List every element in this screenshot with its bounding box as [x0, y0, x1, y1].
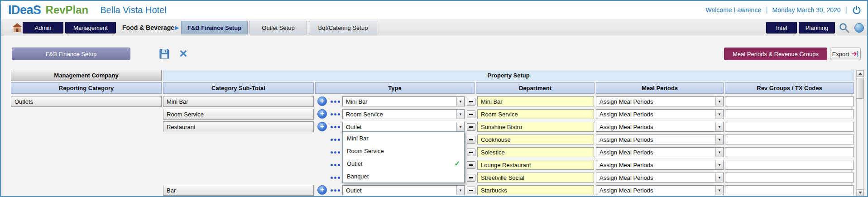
type-select[interactable]: Outlet▼	[342, 185, 465, 195]
type-select-value: Outlet	[343, 186, 456, 195]
department-input[interactable]: Cookhouse	[477, 135, 594, 144]
meal-periods-select[interactable]: Assign Meal Periods▼	[596, 185, 724, 195]
more-options-icon[interactable]	[331, 164, 340, 166]
finance-setup-button[interactable]: F&B Finance Setup	[12, 48, 130, 60]
more-options-icon[interactable]	[331, 151, 340, 154]
food-beverage-menu[interactable]: Food & Beverage	[122, 19, 174, 36]
department-input[interactable]: Solestice	[477, 147, 594, 157]
department-value: Sunshine Bistro	[481, 124, 522, 130]
department-input[interactable]: Room Service	[477, 109, 594, 119]
department-input[interactable]: Mini Bar	[477, 96, 594, 106]
department-input[interactable]: Lounge Restaurant	[477, 160, 594, 170]
more-options-icon[interactable]	[331, 139, 340, 141]
more-options-icon[interactable]	[331, 101, 340, 103]
meal-periods-value: Assign Meal Periods	[596, 97, 715, 106]
breadcrumb-arrow-icon: ▶	[175, 19, 179, 36]
remove-row-button[interactable]	[467, 161, 475, 169]
export-icon	[851, 51, 858, 57]
remove-row-button[interactable]	[467, 98, 475, 106]
type-select-value: Mini Bar	[343, 97, 456, 106]
vertical-scrollbar[interactable]	[856, 70, 864, 197]
meal-periods-select[interactable]: Assign Meal Periods▼	[596, 109, 724, 119]
chevron-down-icon: ▼	[715, 135, 723, 144]
intel-button[interactable]: Intel	[766, 22, 797, 34]
scroll-thumb[interactable]	[857, 78, 863, 99]
user-area: Welcome Lawrence | Monday March 30, 2020…	[705, 1, 862, 19]
add-row-button[interactable]: +	[317, 96, 327, 106]
close-icon[interactable]: ×	[179, 47, 187, 60]
remove-row-button[interactable]	[467, 123, 475, 131]
type-select-open[interactable]: Outlet▼	[342, 122, 465, 132]
department-input[interactable]: Sunshine Bistro	[477, 122, 594, 132]
save-icon[interactable]	[158, 48, 170, 60]
add-row-button[interactable]: +	[317, 109, 327, 119]
meal-periods-select[interactable]: Assign Meal Periods▼	[596, 122, 724, 132]
divider: |	[845, 5, 847, 14]
rev-groups-input[interactable]	[725, 185, 854, 195]
sub-total-value: Mini Bar	[167, 98, 188, 105]
meal-periods-select[interactable]: Assign Meal Periods▼	[596, 160, 724, 170]
chevron-down-icon: ▼	[456, 186, 464, 195]
more-options-icon[interactable]	[331, 126, 340, 128]
tab-outlet-setup[interactable]: Outlet Setup	[249, 21, 307, 34]
more-options-icon[interactable]	[331, 189, 340, 192]
brand-area: IDeaS RevPlan Bella Vista Hotel	[8, 1, 167, 19]
reporting-category-value: Outlets	[14, 98, 33, 105]
meal-periods-select[interactable]: Assign Meal Periods▼	[596, 96, 724, 106]
type-select[interactable]: Room Service▼	[342, 109, 465, 119]
rev-groups-input[interactable]	[725, 109, 854, 119]
home-icon[interactable]	[12, 23, 23, 33]
scroll-up-button[interactable]	[857, 70, 863, 77]
scroll-up-icon	[858, 72, 862, 75]
remove-row-button[interactable]	[467, 149, 475, 156]
export-button[interactable]: Export	[830, 48, 861, 60]
admin-button[interactable]: Admin	[23, 22, 63, 34]
tab-fb-finance-setup[interactable]: F&B Finance Setup	[181, 21, 248, 34]
rev-groups-input[interactable]	[725, 122, 854, 132]
column-header-type: Type	[315, 82, 475, 94]
department-input[interactable]: Streetville Social	[477, 173, 594, 183]
power-icon[interactable]	[852, 5, 862, 15]
chevron-down-icon: ▼	[456, 110, 464, 119]
remove-row-button[interactable]	[467, 187, 475, 194]
search-icon[interactable]	[839, 22, 850, 34]
planning-button[interactable]: Planning	[799, 22, 835, 34]
sub-total-cell: Restaurant	[163, 121, 314, 132]
column-header-meal-periods: Meal Periods	[596, 82, 724, 94]
dropdown-option-banquet[interactable]: Banquet	[343, 170, 464, 183]
meal-periods-value: Assign Meal Periods	[596, 110, 715, 119]
dropdown-option-room-service[interactable]: Room Service	[343, 144, 464, 157]
meal-periods-value: Assign Meal Periods	[596, 160, 715, 169]
dropdown-option-mini-bar[interactable]: Mini Bar	[343, 132, 464, 144]
more-options-icon[interactable]	[331, 177, 340, 179]
department-input[interactable]: Starbucks	[477, 185, 594, 195]
scroll-down-button[interactable]	[857, 189, 863, 196]
globe-icon[interactable]	[854, 23, 864, 33]
meal-periods-select[interactable]: Assign Meal Periods▼	[596, 135, 724, 144]
add-row-button[interactable]: +	[317, 185, 327, 195]
remove-row-button[interactable]	[467, 174, 475, 182]
management-button[interactable]: Management	[65, 22, 116, 34]
type-select[interactable]: Mini Bar▼	[342, 96, 465, 106]
remove-row-button[interactable]	[467, 136, 475, 144]
rev-groups-input[interactable]	[725, 160, 854, 170]
reporting-category-cell: Outlets	[11, 96, 162, 107]
add-row-button[interactable]: +	[317, 122, 327, 131]
meal-periods-select[interactable]: Assign Meal Periods▼	[596, 173, 724, 183]
minus-icon	[469, 190, 473, 191]
rev-groups-input[interactable]	[725, 147, 854, 157]
sub-total-value: Room Service	[167, 111, 204, 118]
dropdown-option-outlet[interactable]: Outlet✓	[343, 157, 464, 170]
more-options-icon[interactable]	[331, 113, 340, 115]
rev-groups-input[interactable]	[725, 173, 854, 183]
dropdown-option-label: Outlet	[347, 160, 363, 167]
type-select-value: Room Service	[343, 110, 456, 119]
tab-bqt-catering-setup[interactable]: Bqt/Catering Setup	[309, 21, 377, 34]
dropdown-option-label: Room Service	[347, 148, 384, 154]
meal-periods-select[interactable]: Assign Meal Periods▼	[596, 147, 724, 157]
meal-periods-revenue-groups-button[interactable]: Meal Periods & Revenue Groups	[724, 48, 827, 60]
rev-groups-input[interactable]	[725, 96, 854, 106]
rev-groups-input[interactable]	[725, 135, 854, 144]
dropdown-option-label: Banquet	[347, 173, 369, 180]
remove-row-button[interactable]	[467, 111, 475, 118]
